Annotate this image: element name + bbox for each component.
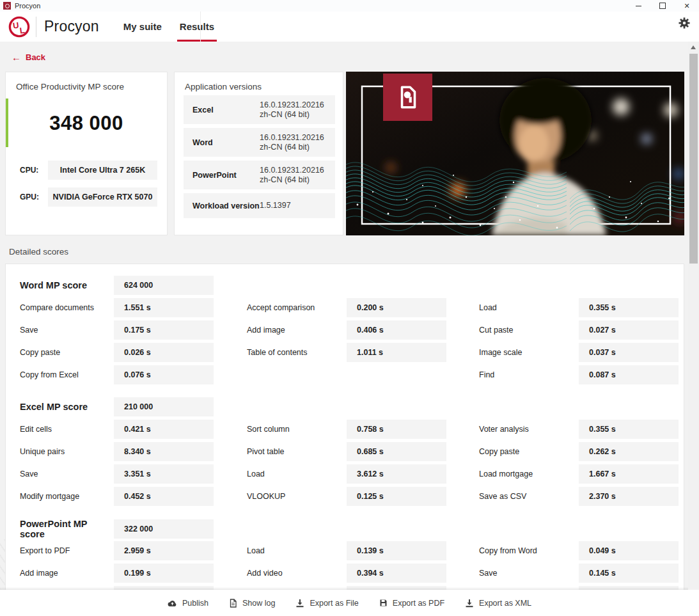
metric-value: 3.351 s xyxy=(114,464,214,484)
maximize-button[interactable] xyxy=(650,0,675,12)
metric-value: 0.145 s xyxy=(579,564,679,583)
tab-results[interactable]: Results xyxy=(171,12,223,42)
metric-label: Edit cells xyxy=(6,425,114,434)
scrollbar-thumb[interactable] xyxy=(689,54,698,264)
export-as-file-button[interactable]: Export as File xyxy=(295,599,358,608)
results-page: ← Back Office Productivity MP score 348 … xyxy=(0,42,699,590)
cloud-upload-icon xyxy=(168,599,177,607)
metric-value: 0.355 s xyxy=(579,298,679,317)
minimize-button[interactable] xyxy=(626,0,650,12)
metric-label: Voter analysis xyxy=(446,425,579,434)
detailed-scores-card: Word MP score 624 000 Compare documents … xyxy=(5,264,684,590)
close-button[interactable]: ✕ xyxy=(675,0,699,12)
metric-value: 0.421 s xyxy=(114,420,214,439)
detailed-scores-heading: Detailed scores xyxy=(9,247,68,257)
metric-label: Save xyxy=(6,470,114,478)
metric-value: 0.452 s xyxy=(114,487,214,506)
versions-card-title: Application versions xyxy=(175,72,343,91)
cpu-label: CPU: xyxy=(20,166,48,175)
back-label: Back xyxy=(26,52,45,62)
gpu-value: NVIDIA GeForce RTX 5070 xyxy=(48,187,157,207)
metric-value: 0.199 s xyxy=(114,564,214,583)
metric-label: Copy paste xyxy=(6,348,114,357)
metric-value: 0.125 s xyxy=(347,487,446,506)
metric-label: Copy paste xyxy=(446,447,579,456)
metric-value: 3.612 s xyxy=(347,464,446,484)
metric-value: 1.667 s xyxy=(579,464,679,484)
metric-label: Compare documents xyxy=(6,303,114,312)
cpu-value: Intel Core Ultra 7 265K xyxy=(48,161,157,180)
version-value: 16.0.19231.20216zh-CN (64 bit) xyxy=(260,166,324,185)
save-icon xyxy=(379,599,388,607)
version-value: 1.5.1397 xyxy=(260,201,291,210)
version-label: Workload version xyxy=(192,201,260,210)
metric-row: Save 3.351 s Load 3.612 s Load mortgage … xyxy=(6,464,684,484)
metric-label: Save xyxy=(446,569,579,578)
version-label: PowerPoint xyxy=(192,171,260,180)
metric-value: 0.037 s xyxy=(579,343,679,362)
publish-button[interactable]: Publish xyxy=(168,599,208,608)
metric-label: Modify mortgage xyxy=(6,492,114,501)
scrollbar-up-arrow-icon[interactable] xyxy=(691,45,696,49)
metric-value: 0.087 s xyxy=(579,365,679,384)
score-card: Office Productivity MP score 348 000 CPU… xyxy=(5,72,168,235)
metric-value: 1.551 s xyxy=(114,298,214,317)
back-button[interactable]: ← Back xyxy=(12,52,45,62)
metric-value: 0.139 s xyxy=(347,541,446,560)
metric-row: Modify mortgage 0.452 s VLOOKUP 0.125 s … xyxy=(6,487,684,506)
metric-label: Save as CSV xyxy=(446,492,579,501)
metric-label: Load xyxy=(214,546,347,555)
export-as-pdf-button[interactable]: Export as PDF xyxy=(379,599,444,608)
back-arrow-icon: ← xyxy=(12,53,21,61)
metric-row: Unique pairs 8.340 s Pivot table 0.685 s… xyxy=(6,442,684,461)
button-label: Show log xyxy=(242,599,275,608)
metric-label: Image scale xyxy=(446,348,579,357)
hero-image xyxy=(346,72,684,235)
download-icon xyxy=(295,599,304,608)
metric-value: 0.394 s xyxy=(347,564,446,583)
tab-my-suite[interactable]: My suite xyxy=(114,12,171,42)
metric-value: 0.200 s xyxy=(347,298,446,317)
app-header: U L Procyon My suite Results xyxy=(0,12,699,42)
metric-label: Unique pairs xyxy=(6,447,114,456)
metric-row: Compare documents 1.551 s Accept compari… xyxy=(6,298,684,317)
metric-label: Pivot table xyxy=(214,447,347,456)
footer-toolbar: Publish Show log Export as File Export a… xyxy=(0,590,699,616)
metric-label: Load mortgage xyxy=(446,470,579,478)
metric-value: 0.406 s xyxy=(347,320,446,340)
divider xyxy=(200,12,201,42)
word-section-header: Word MP score 624 000 xyxy=(6,276,684,295)
section-name: Word MP score xyxy=(6,280,114,290)
metric-value: 0.026 s xyxy=(114,343,214,362)
window-titlebar: Procyon ✕ xyxy=(0,0,699,12)
metric-value: 0.049 s xyxy=(579,541,679,560)
section-score: 624 000 xyxy=(114,276,214,295)
brand-name: Procyon xyxy=(44,18,99,35)
metric-value: 2.370 s xyxy=(579,487,679,506)
show-log-button[interactable]: Show log xyxy=(229,599,275,608)
version-row-powerpoint: PowerPoint 16.0.19231.20216zh-CN (64 bit… xyxy=(184,161,335,189)
maximize-icon xyxy=(659,3,666,9)
metric-value: 0.685 s xyxy=(347,442,446,461)
metric-row: Add image 0.199 s Add video 0.394 s Save… xyxy=(6,564,684,583)
section-name: PowerPoint MP score xyxy=(6,519,114,539)
settings-gear-icon[interactable] xyxy=(679,17,690,29)
metric-value: 2.959 s xyxy=(114,541,214,560)
metric-value: 0.175 s xyxy=(114,320,214,340)
metric-row: Copy paste 0.026 s Table of contents 1.0… xyxy=(6,343,684,362)
version-row-word: Word 16.0.19231.20216zh-CN (64 bit) xyxy=(184,128,335,157)
metric-row: Save 0.175 s Add image 0.406 s Cut paste… xyxy=(6,320,684,340)
vertical-scrollbar[interactable] xyxy=(688,42,699,590)
office-productivity-badge-icon xyxy=(383,74,432,121)
version-value: 16.0.19231.20216zh-CN (64 bit) xyxy=(260,133,324,152)
metric-label: Load xyxy=(446,303,579,312)
section-name: Excel MP score xyxy=(6,402,114,412)
metric-label: Add image xyxy=(6,569,114,578)
file-icon xyxy=(229,599,237,608)
close-icon: ✕ xyxy=(684,2,689,10)
button-label: Export as File xyxy=(310,599,358,608)
versions-card: Application versions Excel 16.0.19231.20… xyxy=(174,72,343,235)
metric-value: 8.340 s xyxy=(114,442,214,461)
export-as-xml-button[interactable]: Export as XML xyxy=(465,599,531,608)
metric-value: 0.355 s xyxy=(579,420,679,439)
